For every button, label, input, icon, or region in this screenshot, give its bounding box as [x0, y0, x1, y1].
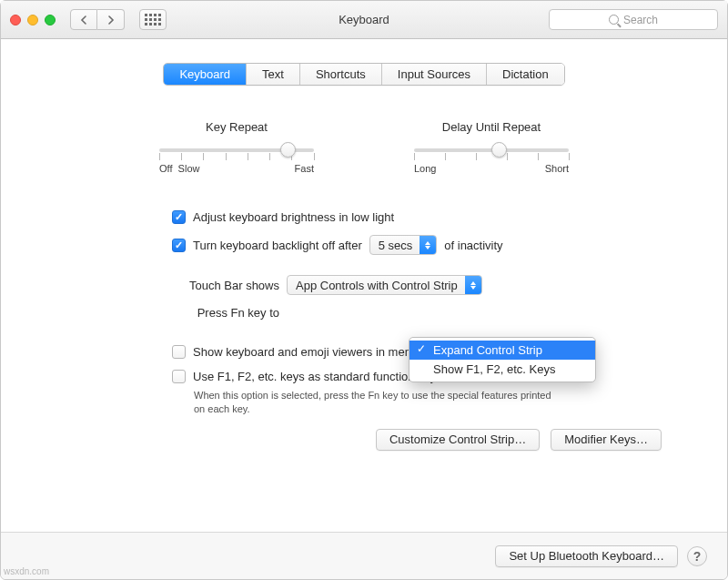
use-fkeys-sub: When this option is selected, press the …: [194, 389, 558, 416]
delay-repeat-group: Delay Until Repeat Long Short: [414, 120, 569, 174]
fn-key-label: Press Fn key to: [172, 306, 279, 320]
fn-option-fkeys[interactable]: Show F1, F2, etc. Keys: [410, 360, 595, 379]
content-pane: Keyboard Text Shortcuts Input Sources Di…: [1, 39, 727, 532]
use-fkeys-label: Use F1, F2, etc. keys as standard functi…: [193, 370, 442, 383]
pref-tabs: Keyboard Text Shortcuts Input Sources Di…: [163, 63, 564, 86]
window-controls: [10, 15, 56, 25]
tab-input-sources[interactable]: Input Sources: [382, 64, 487, 85]
show-viewers-label: Show keyboard and emoji viewers in menu …: [193, 345, 439, 359]
nav-segment: [70, 9, 125, 30]
keyboard-prefs-window: Keyboard Search Keyboard Text Shortcuts …: [0, 0, 728, 580]
bluetooth-keyboard-button[interactable]: Set Up Bluetooth Keyboard…: [495, 545, 678, 567]
zoom-icon[interactable]: [45, 15, 56, 25]
footer: Set Up Bluetooth Keyboard… ?: [1, 532, 727, 579]
modifier-keys-button[interactable]: Modifier Keys…: [551, 429, 662, 451]
backlight-label-post: of inactivity: [444, 239, 502, 252]
chevron-updown-icon: [465, 276, 481, 294]
help-button[interactable]: ?: [687, 546, 707, 566]
search-placeholder: Search: [623, 14, 658, 26]
key-repeat-slider[interactable]: [159, 148, 314, 152]
tab-dictation[interactable]: Dictation: [487, 64, 564, 85]
backlight-row: Turn keyboard backlight off after 5 secs…: [172, 235, 698, 255]
show-viewers-checkbox[interactable]: [172, 345, 186, 359]
chevron-updown-icon: [420, 236, 436, 254]
watermark: wsxdn.com: [4, 566, 49, 576]
close-icon[interactable]: [10, 15, 21, 25]
search-field[interactable]: Search: [549, 9, 718, 30]
touchbar-select[interactable]: App Controls with Control Strip: [287, 275, 482, 295]
search-icon: [609, 15, 619, 25]
key-repeat-title: Key Repeat: [159, 120, 314, 134]
titlebar: Keyboard Search: [1, 1, 727, 39]
forward-button[interactable]: [97, 9, 125, 30]
minimize-icon[interactable]: [27, 15, 38, 25]
fn-key-dropdown[interactable]: Expand Control Strip Show F1, F2, etc. K…: [409, 337, 596, 382]
backlight-timeout-select[interactable]: 5 secs: [369, 235, 438, 255]
grid-icon: [145, 14, 161, 25]
brightness-checkbox[interactable]: [172, 210, 186, 224]
tab-text[interactable]: Text: [247, 64, 300, 85]
fn-option-expand[interactable]: Expand Control Strip: [410, 341, 595, 360]
delay-repeat-slider[interactable]: [414, 148, 569, 152]
tab-keyboard[interactable]: Keyboard: [164, 64, 247, 85]
delay-repeat-title: Delay Until Repeat: [414, 120, 569, 134]
tab-shortcuts[interactable]: Shortcuts: [300, 64, 382, 85]
fn-key-row: Press Fn key to: [172, 306, 698, 320]
show-all-button[interactable]: [139, 9, 167, 30]
brightness-label: Adjust keyboard brightness in low light: [193, 210, 394, 224]
backlight-checkbox[interactable]: [172, 239, 186, 252]
back-button[interactable]: [70, 9, 97, 30]
backlight-label-pre: Turn keyboard backlight off after: [193, 239, 362, 252]
customize-control-strip-button[interactable]: Customize Control Strip…: [376, 429, 540, 451]
brightness-row: Adjust keyboard brightness in low light: [172, 210, 698, 224]
touchbar-row: Touch Bar shows App Controls with Contro…: [172, 275, 698, 295]
key-repeat-group: Key Repeat Off Slow Fast: [159, 120, 314, 174]
touchbar-label: Touch Bar shows: [172, 279, 279, 292]
use-fkeys-checkbox[interactable]: [172, 370, 186, 383]
